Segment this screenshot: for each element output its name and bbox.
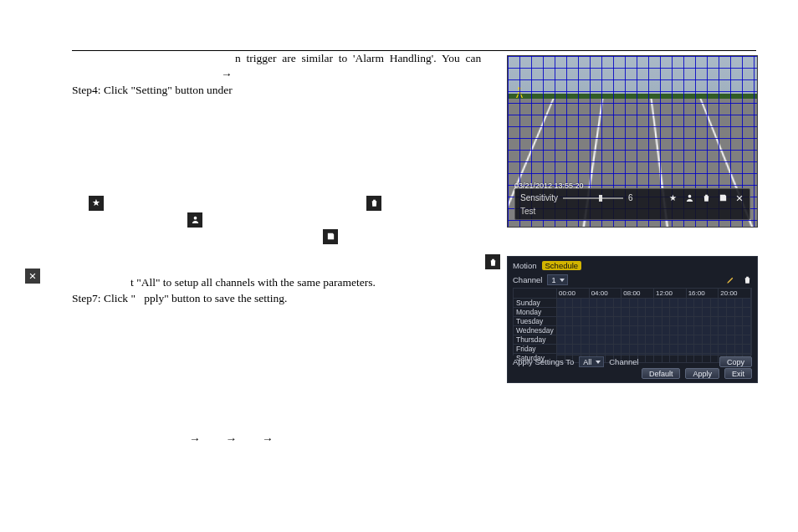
schedule-grid[interactable]: 00:00 04:00 08:00 12:00 16:00 20:00 Sund… [513,288,752,356]
exit-button[interactable]: Exit [724,368,752,379]
day-label: Friday [514,345,557,354]
day-label: Wednesday [514,326,557,335]
close-icon [25,269,40,284]
channel-label: Channel [513,275,542,284]
copy-button[interactable]: Copy [719,356,752,367]
star-icon: ★ [89,196,104,211]
trash-icon[interactable] [701,193,711,203]
svg-point-0 [193,217,197,220]
apply-button[interactable]: Apply [685,368,719,379]
svg-point-1 [518,87,520,90]
motion-toolbar: Sensitivity 6 ★ Test [514,188,750,220]
step4-text: Step4: Click "Setting" button under [72,83,440,99]
user-icon[interactable] [684,193,694,203]
default-button[interactable]: Default [642,368,681,379]
apply-settings-to-label: Apply Settings To [513,357,574,366]
step7-text: Step7: Click " pply" button to save the … [72,291,440,307]
day-label: Sunday [514,299,557,308]
pencil-icon[interactable] [725,274,735,284]
svg-point-2 [688,195,691,198]
day-label: Monday [514,308,557,317]
channel-word: Channel [609,357,638,366]
tab-schedule[interactable]: Schedule [542,261,582,270]
document-page: n trigger are similar to 'Alarm Handling… [72,22,756,532]
trash-icon[interactable] [742,274,752,284]
body-text-fragment: n trigger are similar to 'Alarm Handling… [72,51,440,67]
text-column: n trigger are similar to 'Alarm Handling… [72,51,440,448]
trash-icon [485,254,500,269]
arrow-icon: → [72,67,440,83]
motion-area-preview: 03/21/2012 13:55:20 Sensitivity 6 ★ Test [507,55,758,228]
apply-to-select[interactable]: All [579,356,604,367]
schedule-panel: Motion Schedule Channel 1 00:00 04:00 08… [507,256,758,383]
toolbar-row-test: Test [520,207,744,216]
day-label: Thursday [514,335,557,345]
toolbar-row-sensitivity: Sensitivity 6 ★ [520,192,744,204]
test-label: Test [520,207,535,216]
star-icon[interactable]: ★ [668,193,678,203]
save-icon[interactable] [718,193,728,203]
trash-icon [366,196,381,211]
scene-sky [508,56,757,99]
step6-all-text: t "All" to setup all channels with the s… [72,275,440,291]
user-icon [187,212,202,228]
save-icon [323,229,338,244]
tab-motion[interactable]: Motion [513,261,537,270]
channel-select[interactable]: 1 [547,274,568,285]
day-label: Tuesday [514,317,557,326]
sensitivity-slider[interactable] [563,197,623,199]
sensitivity-label: Sensitivity [520,193,558,202]
arrow-sequence: → → → [72,432,440,448]
pedestrian-icon [513,86,526,103]
close-icon[interactable] [734,193,744,203]
sensitivity-value: 6 [628,193,633,202]
